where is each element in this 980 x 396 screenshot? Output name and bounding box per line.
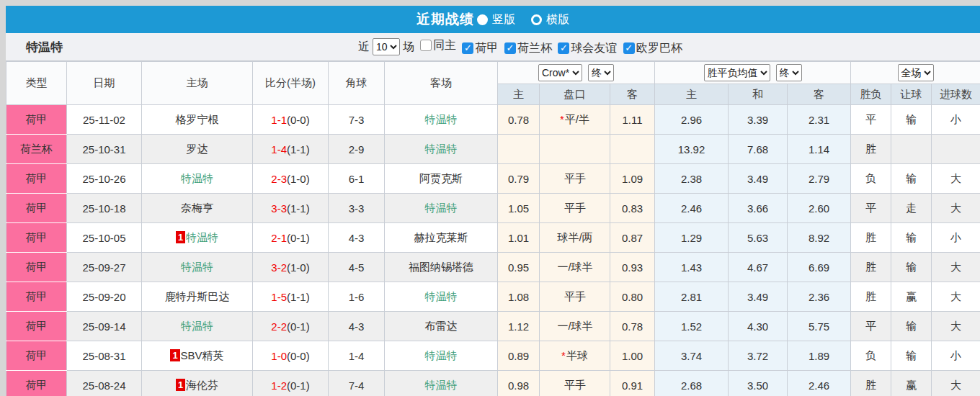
table-row: 荷甲 25-10-05 1特温特 2-1(0-1) 4-3 赫拉克莱斯 1.01…	[6, 223, 980, 253]
avg-draw: 5.63	[729, 223, 788, 253]
avg-away: 2.31	[788, 105, 851, 135]
home-odds	[498, 135, 540, 164]
away-odds: 0.91	[610, 371, 655, 396]
title-bar: 近期战绩 竖版 横版	[6, 6, 980, 33]
col-outcome: 胜负	[851, 84, 891, 105]
handicap-result: 赢	[891, 371, 932, 396]
away-team[interactable]: 特温特	[425, 143, 458, 155]
rank-badge: 1	[176, 379, 185, 391]
goals-result: 大	[932, 282, 980, 312]
home-team[interactable]: 特温特	[186, 231, 218, 243]
fulltime-score: 2-3	[271, 173, 287, 185]
avg-away: 2.36	[788, 282, 851, 312]
home-odds: 0.78	[498, 105, 540, 135]
away-team[interactable]: 赫拉克莱斯	[414, 231, 468, 243]
away-team[interactable]: 特温特	[425, 290, 458, 302]
home-team[interactable]: 特温特	[181, 172, 213, 184]
avg-away: 5.75	[788, 312, 851, 341]
corner-count: 7-4	[329, 371, 385, 396]
horizontal-layout-radio[interactable]	[531, 14, 542, 25]
score-cell: 1-1(0-0)	[253, 105, 329, 135]
page: 近期战绩 竖版 横版 特温特 近 10 场 同主 荷甲 荷兰杯 球会友谊 欧罗巴…	[0, 0, 980, 396]
near-label: 近	[358, 40, 370, 55]
home-team-cell: 奈梅亨	[142, 194, 253, 223]
goals-result: 大	[932, 194, 980, 223]
matches-count-select[interactable]: 10	[373, 38, 400, 55]
goals-result: 大	[932, 253, 980, 282]
outcome: 胜	[851, 282, 891, 312]
goals-result: 小	[932, 105, 980, 135]
away-team[interactable]: 特温特	[425, 113, 458, 125]
vertical-layout-radio[interactable]	[477, 14, 488, 25]
match-date: 25-09-20	[67, 282, 142, 312]
home-team[interactable]: 罗达	[187, 143, 208, 155]
avg-type-select[interactable]: 胜平负均值	[704, 64, 770, 81]
league-filter-item[interactable]: 球会友谊	[558, 41, 617, 56]
home-team-cell: 特温特	[142, 164, 253, 194]
team-name: 特温特	[6, 39, 63, 55]
table-row: 荷甲 25-09-20 鹿特丹斯巴达 1-5(1-1) 1-6 特温特 1.08…	[6, 282, 980, 312]
handicap-line: 平/半	[565, 113, 589, 125]
home-team[interactable]: 特温特	[181, 320, 213, 332]
corner-count: 4-3	[329, 223, 385, 253]
home-team[interactable]: 海伦芬	[186, 379, 218, 391]
match-type-badge: 荷甲	[6, 371, 67, 396]
league-filter-item[interactable]: 荷甲	[462, 41, 498, 56]
league-filter-item[interactable]: 荷兰杯	[504, 41, 552, 56]
horizontal-layout-label[interactable]: 横版	[546, 12, 569, 27]
col-handicap-result: 让球	[891, 84, 932, 105]
home-team[interactable]: 鹿特丹斯巴达	[165, 290, 230, 302]
avg-stage-select[interactable]: 终	[776, 64, 802, 81]
fulltime-score: 1-1	[271, 114, 287, 126]
checkbox[interactable]	[420, 40, 432, 51]
scope-select[interactable]: 全场	[898, 64, 934, 81]
league-filter-item[interactable]: 欧罗巴杯	[623, 41, 682, 56]
away-team[interactable]: 特温特	[425, 379, 458, 391]
score-cell: 3-3(1-1)	[253, 194, 329, 223]
away-team[interactable]: 阿贾克斯	[419, 172, 463, 184]
league-filter-item[interactable]: 同主	[420, 38, 456, 53]
corner-count: 1-4	[329, 341, 385, 371]
home-team[interactable]: 特温特	[181, 261, 213, 273]
handicap-line: 半球	[566, 349, 588, 361]
handicap-cell: *半球	[540, 341, 610, 371]
avg-home: 2.46	[655, 194, 729, 223]
away-team[interactable]: 布雷达	[425, 320, 458, 332]
table-row: 荷甲 25-08-31 1SBV精英 1-0(0-0) 1-4 特温特 0.89…	[6, 341, 980, 371]
halftime-score: (0-0)	[287, 114, 310, 126]
away-odds	[610, 135, 655, 164]
checkbox[interactable]	[558, 42, 569, 54]
home-team[interactable]: SBV精英	[181, 349, 224, 361]
fulltime-score: 2-2	[271, 320, 287, 333]
outcome: 平	[851, 105, 891, 135]
checkbox[interactable]	[462, 42, 473, 54]
home-odds: 1.05	[498, 194, 540, 223]
score-cell: 2-2(0-1)	[253, 312, 329, 341]
home-team[interactable]: 奈梅亨	[181, 202, 213, 214]
corner-count: 7-3	[329, 105, 385, 135]
away-team[interactable]: 特温特	[425, 202, 458, 214]
table-row: 荷甲 25-10-26 特温特 2-3(1-0) 6-1 阿贾克斯 0.79 平…	[6, 164, 980, 194]
fulltime-score: 1-0	[271, 350, 287, 362]
odds-stage-select[interactable]: 终	[588, 64, 614, 81]
col-handicap: 盘口	[540, 84, 610, 105]
checkbox[interactable]	[623, 42, 635, 54]
col-type: 类型	[6, 62, 67, 105]
handicap-line: 平手	[564, 290, 586, 302]
home-team[interactable]: 格罗宁根	[176, 113, 219, 125]
away-team[interactable]: 特温特	[425, 349, 458, 361]
avg-draw: 3.66	[729, 194, 788, 223]
checkbox-label: 荷兰杯	[517, 41, 552, 56]
odds-group-header: Crow* 终	[498, 62, 655, 84]
away-team[interactable]: 福图纳锡塔德	[409, 261, 473, 273]
rank-badge: 1	[176, 231, 185, 243]
avg-away: 8.92	[788, 223, 851, 253]
avg-draw: 3.49	[729, 282, 788, 312]
halftime-score: (1-0)	[287, 261, 310, 274]
match-type-badge: 荷甲	[6, 164, 67, 194]
checkbox[interactable]	[504, 42, 516, 54]
vertical-layout-label[interactable]: 竖版	[492, 12, 515, 27]
handicap-cell: 平手	[540, 164, 610, 194]
bookmaker-select[interactable]: Crow*	[538, 64, 582, 81]
away-team-cell: 阿贾克斯	[385, 164, 498, 194]
